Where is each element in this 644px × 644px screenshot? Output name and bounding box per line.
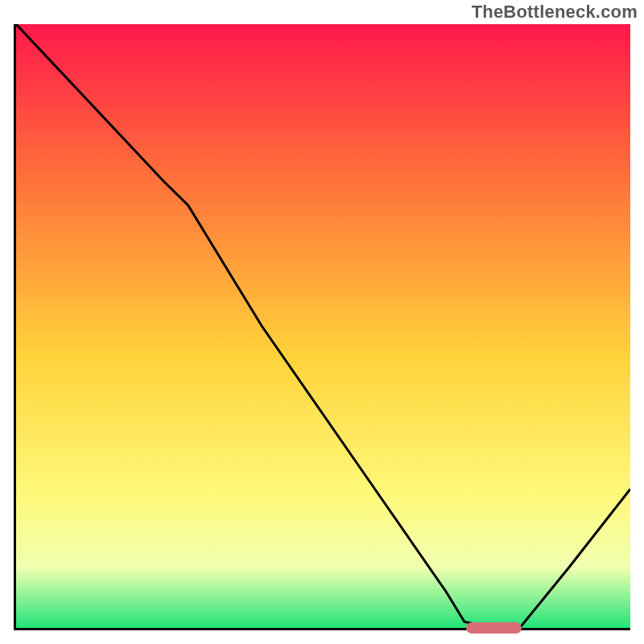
plot-area: [14, 24, 630, 630]
optimal-range-marker: [466, 622, 522, 634]
bottleneck-curve: [16, 24, 630, 628]
watermark-text: TheBottleneck.com: [472, 2, 638, 23]
